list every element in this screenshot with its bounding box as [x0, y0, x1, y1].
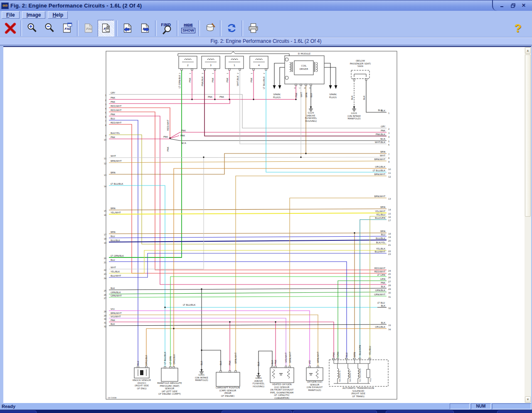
svg-text:BLU: BLU [111, 235, 115, 237]
svg-text:2: 2 [187, 64, 189, 67]
svg-text:WHT: WHT [380, 154, 386, 157]
svg-text:LT BLU/BLK: LT BLU/BLK [373, 169, 386, 172]
toolbar-button-previous-figure[interactable]: FIG [119, 20, 136, 37]
status-cells: NUM [450, 403, 532, 409]
toolbar-button-figure-pan[interactable]: FIG [98, 20, 114, 37]
svg-text:18: 18 [104, 237, 106, 240]
svg-text:1: 1 [388, 112, 389, 114]
svg-text:OF ENG): OF ENG) [137, 387, 146, 390]
svg-text:PIPE, DOWNSTREAM: PIPE, DOWNSTREAM [270, 391, 293, 394]
toolbar-button-print[interactable] [245, 20, 261, 37]
svg-text:3: 3 [388, 132, 389, 134]
menu-help[interactable]: Help [48, 11, 68, 19]
scroll-down-icon[interactable]: ▼ [525, 396, 531, 403]
restore-button-icon[interactable] [510, 3, 516, 9]
svg-text:3: 3 [105, 103, 106, 106]
close-button-icon[interactable]: ✕ [520, 3, 527, 9]
figure-caption-bar: Fig. 2: Engine Performance Circuits - 1.… [0, 37, 532, 45]
svg-text:YEL/BLK: YEL/BLK [376, 247, 386, 250]
svg-text:PNK: PNK [219, 96, 224, 98]
svg-text:24: 24 [104, 277, 106, 279]
svg-text:FIG: FIG [86, 27, 92, 31]
vertical-scrollbar[interactable]: ▲ ▼ [525, 47, 531, 403]
toolbar-separator [220, 20, 222, 36]
app-window: 005 Fig. 2: Engine Performance Circuits … [0, 0, 532, 413]
scrollbar-thumb[interactable] [525, 54, 531, 217]
svg-text:AUTOMATIC TRANSMISSION: AUTOMATIC TRANSMISSION [342, 387, 374, 389]
scroll-up-icon[interactable]: ▲ [525, 47, 531, 54]
svg-text:RED/WHT: RED/WHT [374, 267, 386, 270]
toolbar-button-hide-show[interactable]: HIDESHOW [180, 20, 197, 37]
toolbar-button-find[interactable]: FIND [158, 20, 175, 37]
svg-text:GRY: GRY [381, 125, 386, 128]
menu-file[interactable]: File [2, 11, 20, 19]
menu-image[interactable]: Image [22, 11, 46, 19]
menu-bar: FileImageHelp [0, 11, 532, 19]
svg-text:OF ENGINE): OF ENGINE) [221, 395, 234, 397]
svg-text:2: 2 [237, 73, 239, 74]
status-bar: Ready NUM [0, 403, 532, 410]
svg-text:BLU: BLU [137, 361, 139, 365]
toolbar-separator [77, 20, 79, 36]
svg-text:BLK: BLK [271, 360, 273, 364]
toolbar-button-refresh[interactable] [223, 20, 240, 37]
svg-text:BLK: BLK [381, 285, 386, 288]
svg-text:EI MODULE: EI MODULE [298, 52, 311, 55]
svg-text:(ON EXHAUST: (ON EXHAUST [307, 386, 323, 388]
taskbar-sliver [0, 410, 532, 413]
svg-text:3: 3 [210, 64, 212, 67]
svg-text:4: 4 [258, 64, 260, 67]
svg-text:DRIVER: DRIVER [300, 68, 308, 70]
toolbar-button-zoom-in[interactable] [24, 20, 40, 37]
svg-text:LT GRN: LT GRN [169, 356, 172, 364]
svg-text:OF ENGINE COMPT): OF ENGINE COMPT) [158, 393, 181, 395]
svg-text:G101: G101 [199, 373, 205, 376]
svg-text:2: 2 [105, 99, 106, 101]
toolbar-button-zoom-out[interactable] [41, 20, 58, 37]
help-button[interactable]: ? [510, 22, 526, 35]
svg-text:12: 12 [104, 162, 106, 165]
svg-text:33: 33 [388, 324, 391, 326]
svg-text:(DOHC): (DOHC) [138, 382, 146, 384]
svg-text:PCS: PCS [369, 378, 372, 382]
svg-text:PNK: PNK [111, 113, 115, 116]
svg-text:BLU/GRN: BLU/GRN [375, 217, 385, 219]
svg-text:OF CATALYTIC: OF CATALYTIC [274, 394, 290, 396]
svg-text:BLK: BLK [257, 361, 260, 366]
toolbar-button-figure-list[interactable]: FIG [59, 20, 75, 37]
svg-text:27: 27 [104, 297, 106, 299]
svg-text:NCA: NCA [181, 142, 186, 144]
svg-text:PNK/BLK: PNK/BLK [376, 133, 386, 136]
svg-text:RED/WHT: RED/WHT [167, 119, 169, 131]
svg-text:FIG: FIG [64, 27, 70, 31]
svg-text:GRN: GRN [380, 278, 385, 280]
toolbar-button-figure-ghost[interactable]: FIG [80, 20, 97, 37]
svg-text:YEL/WHT: YEL/WHT [110, 211, 121, 214]
svg-text:G129: G129 [256, 377, 262, 379]
svg-text:BLK: BLK [351, 95, 353, 100]
svg-text:PLUGS: PLUGS [273, 96, 281, 99]
svg-text:LT GRN: LT GRN [377, 274, 385, 276]
toolbar-button-close-figure[interactable] [2, 20, 19, 37]
svg-text:BLU/BLK: BLU/BLK [111, 239, 120, 242]
svg-text:BRN: BRN [380, 151, 385, 153]
svg-text:16: 16 [104, 214, 106, 216]
svg-text:BLU/BLK: BLU/BLK [376, 237, 385, 240]
svg-text:ORG/BLK: ORG/BLK [375, 166, 385, 168]
svg-text:FLYWHEEL: FLYWHEEL [305, 117, 317, 119]
svg-text:BRN/WHT: BRN/WHT [374, 173, 386, 176]
svg-text:18: 18 [388, 232, 391, 235]
svg-text:2: 2 [179, 73, 181, 74]
svg-text:C: C [358, 358, 360, 359]
svg-text:PNK: PNK [181, 129, 186, 132]
svg-text:1: 1 [251, 73, 253, 74]
app-icon: 005 [1, 2, 9, 9]
svg-text:BRN: BRN [353, 352, 356, 357]
minimize-button-icon[interactable] [499, 3, 505, 9]
svg-text:4: 4 [105, 107, 106, 110]
svg-text:LT BLU/BLK: LT BLU/BLK [183, 304, 196, 306]
svg-text:OF TRANS): OF TRANS) [352, 395, 365, 398]
toolbar-button-next-figure[interactable]: FIG [137, 20, 153, 37]
toolbar-button-redraw[interactable] [202, 20, 218, 37]
svg-text:7: 7 [388, 153, 389, 156]
